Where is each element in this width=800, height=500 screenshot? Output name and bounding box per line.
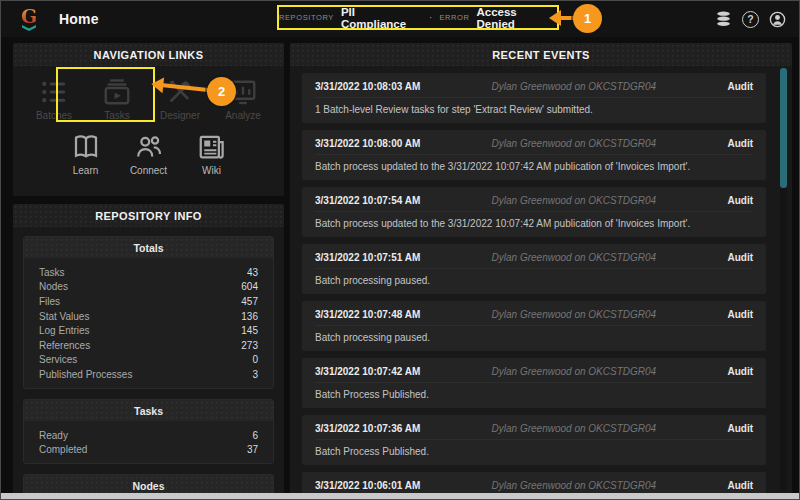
event-message: 1 Batch-level Review tasks for step 'Ext… (315, 104, 753, 115)
events-scrollbar-track[interactable] (780, 68, 787, 491)
row-value: 43 (247, 267, 258, 278)
event-attribution: Dylan Greenwood on OKCSTDGR04 (420, 309, 727, 320)
row-label: Stat Values (39, 311, 89, 322)
repository-label: REPOSITORY (279, 13, 334, 22)
row-value: 273 (241, 340, 258, 351)
event-row[interactable]: 3/31/2022 10:07:36 AM Dylan Greenwood on… (302, 415, 766, 465)
event-message: Batch Process Published. (315, 389, 753, 400)
row-label: Files (39, 296, 60, 307)
annotation-badge-2: 2 (207, 77, 236, 106)
info-row: Completed37 (30, 442, 267, 457)
row-label: Log Entries (39, 325, 90, 336)
event-type-badge: Audit (727, 366, 753, 377)
event-timestamp: 3/31/2022 10:07:48 AM (315, 309, 420, 320)
row-label: Nodes (39, 281, 68, 292)
recent-events-panel: RECENT EVENTS 3/31/2022 10:08:03 AM Dyla… (290, 43, 792, 495)
row-label: Published Processes (39, 369, 132, 380)
info-row: Services0 (30, 353, 267, 368)
info-row: Log Entries145 (30, 323, 267, 338)
event-row[interactable]: 3/31/2022 10:08:03 AM Dylan Greenwood on… (302, 73, 766, 123)
info-row: References273 (30, 338, 267, 353)
annotation-badge-1: 1 (573, 4, 602, 33)
help-glyph: ? (747, 13, 753, 25)
topbar-icon-group: ? (714, 10, 789, 29)
repository-info-panel: REPOSITORY INFO Totals Tasks43 Nodes604 … (13, 204, 284, 500)
event-type-badge: Audit (727, 309, 753, 320)
row-value: 3 (252, 369, 258, 380)
event-timestamp: 3/31/2022 10:07:42 AM (315, 366, 420, 377)
event-message: Batch process updated to the 3/31/2022 1… (315, 218, 753, 229)
tasks-card-title: Tasks (24, 400, 273, 421)
event-type-badge: Audit (727, 138, 753, 149)
event-row[interactable]: 3/31/2022 10:07:51 AM Dylan Greenwood on… (302, 244, 766, 294)
event-attribution: Dylan Greenwood on OKCSTDGR04 (420, 252, 727, 263)
event-row[interactable]: 3/31/2022 10:07:48 AM Dylan Greenwood on… (302, 301, 766, 351)
info-row: Nodes604 (30, 280, 267, 295)
app-window: G Home ? REPOSITORY PII C (0, 0, 800, 500)
info-row: Ready6 (30, 428, 267, 443)
row-label: Tasks (39, 267, 65, 278)
row-label: Completed (39, 444, 87, 455)
repository-info-header: REPOSITORY INFO (13, 204, 284, 227)
totals-card-title: Totals (24, 237, 273, 258)
event-row[interactable]: 3/31/2022 10:08:00 AM Dylan Greenwood on… (302, 130, 766, 180)
logo-chevron-icon (22, 25, 36, 31)
event-row[interactable]: 3/31/2022 10:07:42 AM Dylan Greenwood on… (302, 358, 766, 408)
info-row: Published Processes3 (30, 367, 267, 382)
event-timestamp: 3/31/2022 10:07:51 AM (315, 252, 420, 263)
info-row: Files457 (30, 294, 267, 309)
events-list: 3/31/2022 10:08:03 AM Dylan Greenwood on… (290, 66, 792, 500)
nav-item-learn[interactable]: Learn (60, 132, 112, 176)
event-timestamp: 3/31/2022 10:06:01 AM (315, 480, 420, 491)
event-message: Batch Process Published. (315, 446, 753, 457)
annotation-highlight-box-2 (56, 67, 155, 122)
nav-label: Designer (160, 110, 200, 121)
info-row: Stat Values136 (30, 309, 267, 324)
connect-people-icon (134, 132, 164, 162)
totals-card: Totals Tasks43 Nodes604 Files457 Stat Va… (23, 236, 274, 389)
event-timestamp: 3/31/2022 10:08:03 AM (315, 81, 420, 92)
row-value: 136 (241, 311, 258, 322)
nav-label: Learn (73, 165, 99, 176)
event-message: Batch processing paused. (315, 275, 753, 286)
event-attribution: Dylan Greenwood on OKCSTDGR04 (420, 195, 727, 206)
nav-item-wiki[interactable]: Wiki (186, 132, 238, 176)
event-attribution: Dylan Greenwood on OKCSTDGR04 (420, 366, 727, 377)
app-logo[interactable]: G (15, 8, 43, 31)
event-type-badge: Audit (727, 81, 753, 92)
nav-item-connect[interactable]: Connect (123, 132, 175, 176)
event-type-badge: Audit (727, 480, 753, 491)
nav-label: Connect (130, 165, 167, 176)
event-attribution: Dylan Greenwood on OKCSTDGR04 (420, 138, 727, 149)
error-label: ERROR (439, 13, 469, 22)
event-type-badge: Audit (727, 195, 753, 206)
row-label: Ready (39, 430, 68, 441)
help-icon[interactable]: ? (742, 11, 759, 28)
event-type-badge: Audit (727, 252, 753, 263)
user-account-icon[interactable] (768, 10, 787, 29)
wiki-news-icon (197, 132, 227, 162)
event-attribution: Dylan Greenwood on OKCSTDGR04 (420, 423, 727, 434)
repository-database-icon[interactable] (714, 10, 733, 29)
nav-label: Wiki (202, 165, 221, 176)
events-scrollbar-thumb[interactable] (780, 68, 787, 188)
row-value: 6 (252, 430, 258, 441)
info-row: Tasks43 (30, 265, 267, 280)
recent-events-header: RECENT EVENTS (290, 43, 792, 66)
row-value: 604 (241, 281, 258, 292)
event-timestamp: 3/31/2022 10:07:54 AM (315, 195, 420, 206)
nav-label: Analyze (225, 110, 261, 121)
annotation-arrow-2-head (151, 76, 165, 93)
event-message: Batch processing paused. (315, 332, 753, 343)
logo-letter: G (21, 8, 37, 25)
event-type-badge: Audit (727, 423, 753, 434)
navigation-links-header: NAVIGATION LINKS (13, 43, 284, 66)
tasks-card: Tasks Ready6 Completed37 (23, 399, 274, 464)
window-bottom-edge (1, 493, 799, 499)
event-message: Batch process updated to the 3/31/2022 1… (315, 161, 753, 172)
row-value: 0 (252, 354, 258, 365)
event-timestamp: 3/31/2022 10:08:00 AM (315, 138, 420, 149)
event-row[interactable]: 3/31/2022 10:07:54 AM Dylan Greenwood on… (302, 187, 766, 237)
event-attribution: Dylan Greenwood on OKCSTDGR04 (420, 81, 727, 92)
repository-name: PII Compliance (341, 6, 422, 30)
